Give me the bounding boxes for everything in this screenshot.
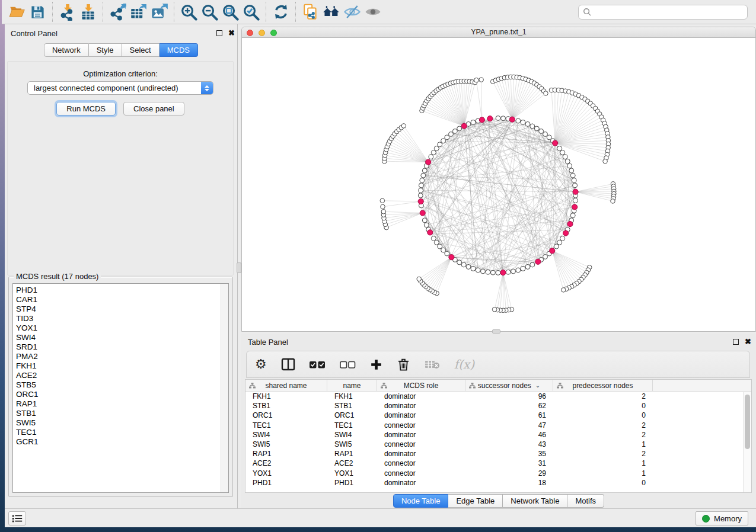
window-maximize-button[interactable] xyxy=(270,30,277,36)
network-window-titlebar[interactable]: YPA_prune.txt_1 xyxy=(242,27,755,38)
graph-node[interactable] xyxy=(422,218,427,223)
network-canvas[interactable] xyxy=(242,38,755,331)
zoom-out-button[interactable] xyxy=(199,2,220,22)
mcds-result-item[interactable]: ACE2 xyxy=(13,371,228,380)
graph-node[interactable] xyxy=(572,178,576,182)
table-row[interactable]: SWI5SWI5connector431 xyxy=(245,440,751,449)
graph-node[interactable] xyxy=(554,244,559,249)
import-table-button[interactable] xyxy=(78,2,98,22)
graph-node[interactable] xyxy=(476,268,480,273)
graph-node[interactable] xyxy=(381,204,385,209)
graph-node[interactable] xyxy=(516,118,521,123)
table-row[interactable]: ACE2ACE2connector311 xyxy=(245,459,751,468)
mcds-result-item[interactable]: ORC1 xyxy=(13,390,228,399)
graph-node[interactable] xyxy=(418,193,423,198)
export-image-button[interactable] xyxy=(149,2,170,22)
export-table-button[interactable] xyxy=(128,2,149,22)
graph-node[interactable] xyxy=(569,168,574,173)
graph-node[interactable] xyxy=(492,307,497,312)
tab-edge-table[interactable]: Edge Table xyxy=(448,494,503,508)
graph-node[interactable] xyxy=(557,240,562,245)
mcds-result-item[interactable]: RAP1 xyxy=(13,399,228,409)
tab-style[interactable]: Style xyxy=(89,43,122,57)
graph-node[interactable] xyxy=(479,78,484,82)
graph-hub-node[interactable] xyxy=(509,117,515,122)
zoom-selected-button[interactable] xyxy=(241,2,261,22)
table-row[interactable]: SWI4SWI4dominator462 xyxy=(245,430,751,440)
mcds-list-scrollbar[interactable] xyxy=(221,284,228,492)
graph-node[interactable] xyxy=(501,116,506,121)
graph-node[interactable] xyxy=(573,183,578,188)
graph-node[interactable] xyxy=(401,124,406,129)
split-view-button[interactable] xyxy=(281,355,295,373)
graph-node[interactable] xyxy=(557,146,562,151)
delete-table-button[interactable] xyxy=(425,355,440,373)
column-header-name[interactable]: name xyxy=(327,380,377,391)
graph-node[interactable] xyxy=(521,120,525,124)
mcds-result-item[interactable]: STB1 xyxy=(13,409,228,418)
graph-node[interactable] xyxy=(570,173,575,178)
copy-network-button[interactable] xyxy=(300,2,321,22)
network-graph[interactable] xyxy=(242,38,755,331)
graph-node[interactable] xyxy=(525,121,530,126)
graph-node[interactable] xyxy=(516,268,521,273)
graph-node[interactable] xyxy=(480,269,485,274)
graph-node[interactable] xyxy=(445,251,449,256)
graph-node[interactable] xyxy=(438,142,442,147)
graph-node[interactable] xyxy=(530,124,535,129)
table-row[interactable]: RAP1RAP1dominator352 xyxy=(245,449,751,459)
function-builder-button[interactable]: f(x) xyxy=(454,355,474,373)
graph-hub-node[interactable] xyxy=(418,198,423,204)
graph-node[interactable] xyxy=(539,129,544,133)
window-minimize-button[interactable] xyxy=(259,30,265,36)
graph-node[interactable] xyxy=(471,120,476,124)
graph-node[interactable] xyxy=(543,254,548,259)
column-header-successor-nodes[interactable]: successor nodes⌄ xyxy=(465,380,553,391)
graph-node[interactable] xyxy=(457,260,462,265)
search-input[interactable] xyxy=(592,6,747,18)
graph-node[interactable] xyxy=(490,270,495,275)
tab-network-table[interactable]: Network Table xyxy=(503,494,567,508)
graph-node[interactable] xyxy=(561,288,566,293)
refresh-button[interactable] xyxy=(270,2,291,22)
graph-node[interactable] xyxy=(603,159,608,164)
mcds-result-item[interactable]: PMA2 xyxy=(13,352,228,361)
mcds-result-item[interactable]: GCR1 xyxy=(13,437,228,447)
graph-node[interactable] xyxy=(431,236,436,241)
graph-node[interactable] xyxy=(530,262,535,267)
graph-hub-node[interactable] xyxy=(573,189,578,194)
node-table[interactable]: shared namenameMCDS rolesuccessor nodes⌄… xyxy=(245,379,752,493)
graph-node[interactable] xyxy=(573,198,578,203)
graph-node[interactable] xyxy=(563,155,567,159)
graph-node[interactable] xyxy=(434,240,439,245)
graph-node[interactable] xyxy=(429,155,433,159)
graph-node[interactable] xyxy=(441,139,446,143)
graph-hub-node[interactable] xyxy=(572,204,578,210)
graph-node[interactable] xyxy=(434,146,439,151)
add-column-button[interactable] xyxy=(370,355,382,373)
close-control-panel-button[interactable]: ✖ xyxy=(228,28,235,37)
table-row[interactable]: YOX1YOX1connector291 xyxy=(245,469,751,478)
graph-hub-node[interactable] xyxy=(461,123,467,129)
export-network-button[interactable] xyxy=(107,2,128,22)
float-table-panel-button[interactable] xyxy=(733,339,739,345)
column-header-shared-name[interactable]: shared name xyxy=(245,380,327,391)
mcds-result-item[interactable]: YOX1 xyxy=(13,323,228,333)
open-button[interactable] xyxy=(7,2,27,22)
mcds-result-list[interactable]: PHD1CAR1STP4TID3YOX1SWI4SRD1PMA2FKH1ACE2… xyxy=(12,283,229,493)
close-table-panel-button[interactable]: ✖ xyxy=(745,337,751,346)
vertical-splitter-grip[interactable] xyxy=(237,262,241,273)
mcds-result-item[interactable]: SWI4 xyxy=(13,333,228,342)
panel-list-button[interactable] xyxy=(8,511,26,525)
graph-node[interactable] xyxy=(445,135,449,140)
graph-node[interactable] xyxy=(420,178,425,182)
first-neighbors-button[interactable] xyxy=(321,2,342,22)
graph-node[interactable] xyxy=(565,159,570,164)
graph-node[interactable] xyxy=(466,264,471,269)
column-header-predecessor-nodes[interactable]: predecessor nodes xyxy=(553,380,653,391)
tab-network[interactable]: Network xyxy=(44,43,89,57)
graph-node[interactable] xyxy=(421,173,426,178)
graph-node[interactable] xyxy=(424,223,429,227)
show-all-button[interactable] xyxy=(362,2,383,22)
graph-hub-node[interactable] xyxy=(567,222,573,227)
